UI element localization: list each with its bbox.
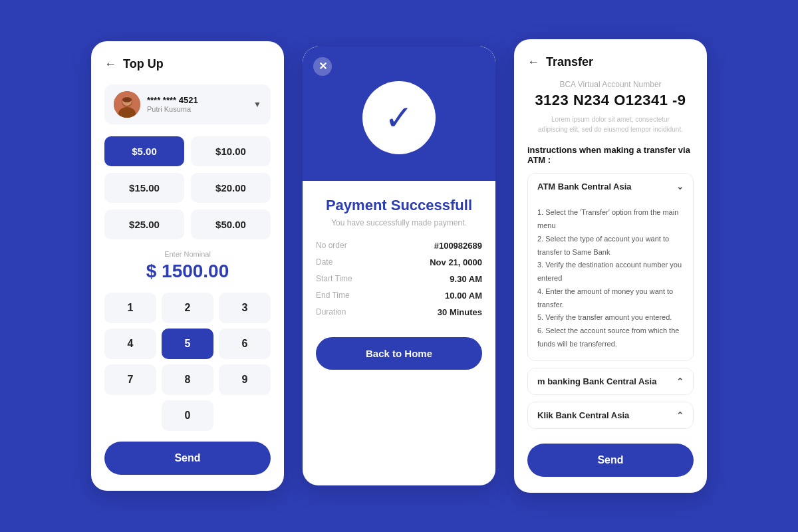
- success-bottom-section: Payment Successfull You have successfull…: [303, 181, 495, 485]
- virtual-account-number: 3123 N234 O12341 -9: [527, 92, 694, 109]
- date-value: Nov 21, 0000: [430, 257, 482, 267]
- numpad: 1 2 3 4 5 6 7 8 9 0: [104, 293, 271, 431]
- start-time-label: Start Time: [316, 274, 352, 283]
- nominal-section: Enter Nominal $ 1500.00: [104, 250, 271, 282]
- svg-point-4: [122, 97, 132, 102]
- num-btn-2[interactable]: 2: [162, 293, 213, 323]
- account-row[interactable]: **** **** 4521 Putri Kusuma ▼: [104, 84, 271, 124]
- accordion-klik-title: Klik Bank Central Asia: [537, 410, 629, 420]
- detail-start-time: Start Time 9.30 AM: [316, 274, 482, 284]
- no-order-label: No order: [316, 241, 347, 250]
- success-top-section: ✕ ✓: [303, 47, 495, 181]
- transfer-header: ← Transfer: [527, 55, 694, 69]
- topup-title: Top Up: [123, 57, 164, 71]
- amount-btn-0[interactable]: $5.00: [104, 136, 184, 166]
- accordion-atm-header[interactable]: ATM Bank Central Asia ⌄: [528, 174, 693, 200]
- back-arrow-icon[interactable]: ←: [104, 57, 116, 71]
- step-6: 6. Select the account source from which …: [537, 325, 684, 351]
- dropdown-arrow-icon: ▼: [253, 100, 261, 109]
- step-5: 5. Verify the transfer amount you entere…: [537, 311, 684, 325]
- num-btn-7[interactable]: 7: [104, 364, 156, 395]
- chevron-up-icon-mbanking: ⌃: [676, 376, 684, 386]
- amount-btn-1[interactable]: $10.00: [191, 136, 271, 166]
- accordion-atm-title: ATM Bank Central Asia: [537, 182, 632, 192]
- back-to-home-button[interactable]: Back to Home: [316, 337, 482, 370]
- success-subtitle: You have successfully made payment.: [316, 218, 482, 227]
- detail-no-order: No order #100982689: [316, 241, 482, 251]
- transfer-panel: ← Transfer BCA Virtual Account Number 31…: [514, 39, 707, 493]
- detail-date: Date Nov 21, 0000: [316, 257, 482, 267]
- num-btn-0[interactable]: 0: [162, 400, 213, 431]
- chevron-up-icon-klik: ⌃: [676, 410, 684, 420]
- num-btn-1[interactable]: 1: [104, 293, 156, 323]
- no-order-value: #100982689: [434, 241, 482, 251]
- detail-duration: Duration 30 Minutes: [316, 307, 482, 317]
- topup-send-button[interactable]: Send: [104, 442, 271, 475]
- duration-value: 30 Minutes: [438, 307, 482, 317]
- topup-header: ← Top Up: [104, 57, 271, 71]
- amount-btn-4[interactable]: $25.00: [104, 209, 184, 239]
- nominal-value: $ 1500.00: [104, 261, 271, 282]
- step-1: 1. Select the 'Transfer' option from the…: [537, 206, 684, 233]
- accordion-mbanking-header[interactable]: m banking Bank Central Asia ⌃: [528, 368, 693, 394]
- virtual-account-desc: Lorem ipsum dolor sit amet, consectetura…: [527, 114, 694, 134]
- accordion-atm: ATM Bank Central Asia ⌄ 1. Select the 'T…: [527, 173, 694, 361]
- num-btn-4[interactable]: 4: [104, 329, 156, 359]
- checkmark-icon: ✓: [384, 98, 414, 138]
- virtual-account-label: BCA Virtual Account Number: [527, 80, 694, 89]
- payment-success-panel: ✕ ✓ Payment Successfull You have success…: [303, 47, 495, 485]
- transfer-back-arrow-icon[interactable]: ←: [527, 55, 539, 69]
- avatar: [114, 91, 140, 118]
- detail-end-time: End Time 10.00 AM: [316, 291, 482, 301]
- num-btn-5[interactable]: 5: [162, 329, 213, 359]
- avatar-image: [114, 91, 140, 118]
- duration-label: Duration: [316, 307, 346, 317]
- transfer-send-button[interactable]: Send: [527, 444, 694, 477]
- account-info: **** **** 4521 Putri Kusuma: [147, 95, 247, 113]
- accordion-mbanking-title: m banking Bank Central Asia: [537, 376, 656, 386]
- close-button[interactable]: ✕: [313, 57, 332, 76]
- step-2: 2. Select the type of account you want t…: [537, 233, 684, 259]
- amount-btn-3[interactable]: $20.00: [191, 173, 271, 203]
- panels-container: ← Top Up **** **** 4521 Putri Kusuma: [91, 39, 707, 493]
- end-time-value: 10.00 AM: [445, 291, 482, 301]
- amount-btn-5[interactable]: $50.00: [191, 209, 271, 239]
- instructions-label: instructions when making a transfer via …: [527, 145, 694, 165]
- transfer-title: Transfer: [546, 55, 593, 69]
- account-name: Putri Kusuma: [147, 105, 247, 113]
- step-4: 4. Enter the amount of money you want to…: [537, 285, 684, 312]
- accordion-klik-header[interactable]: Klik Bank Central Asia ⌃: [528, 402, 693, 428]
- num-btn-3[interactable]: 3: [219, 293, 271, 323]
- accordion-klik: Klik Bank Central Asia ⌃: [527, 402, 694, 429]
- success-title: Payment Successfull: [316, 197, 482, 214]
- step-3: 3. Verify the destination account number…: [537, 259, 684, 285]
- chevron-down-icon-atm: ⌄: [676, 182, 684, 192]
- start-time-value: 9.30 AM: [450, 274, 482, 284]
- num-btn-9[interactable]: 9: [219, 364, 271, 395]
- amount-btn-2[interactable]: $15.00: [104, 173, 184, 203]
- end-time-label: End Time: [316, 291, 350, 300]
- accordion-mbanking: m banking Bank Central Asia ⌃: [527, 368, 694, 395]
- num-btn-6[interactable]: 6: [219, 329, 271, 359]
- success-circle: ✓: [362, 81, 436, 154]
- account-number: **** **** 4521: [147, 95, 247, 105]
- nominal-label: Enter Nominal: [104, 250, 271, 258]
- amount-grid: $5.00 $10.00 $15.00 $20.00 $25.00 $50.00: [104, 136, 271, 239]
- date-label: Date: [316, 257, 332, 267]
- topup-panel: ← Top Up **** **** 4521 Putri Kusuma: [91, 41, 284, 491]
- accordion-atm-body: 1. Select the 'Transfer' option from the…: [528, 200, 693, 360]
- num-btn-8[interactable]: 8: [162, 364, 213, 395]
